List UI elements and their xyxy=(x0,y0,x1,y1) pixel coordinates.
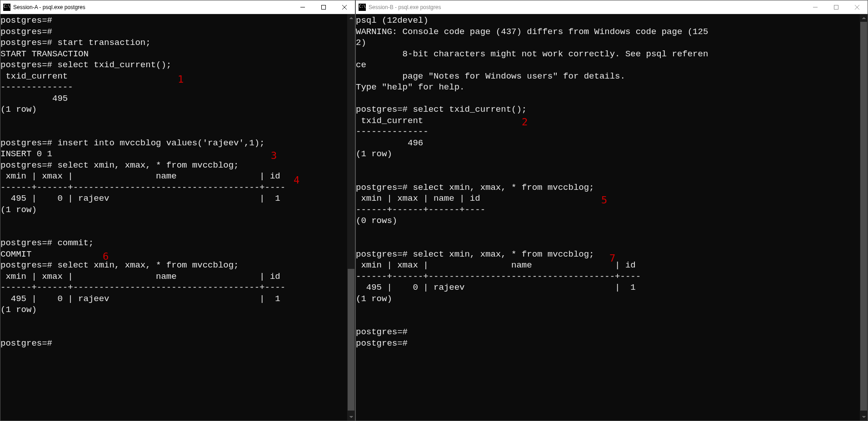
scroll-up-icon[interactable] xyxy=(347,14,355,22)
scroll-up-icon[interactable] xyxy=(860,14,868,22)
scroll-thumb-a[interactable] xyxy=(348,269,354,411)
maximize-button[interactable] xyxy=(826,0,847,14)
step-annotation-6: 6 xyxy=(103,251,109,263)
window-title-a: Session-A - psql.exe postgres xyxy=(13,4,292,10)
cmd-icon xyxy=(3,4,10,11)
scrollbar-b[interactable] xyxy=(860,14,868,421)
svg-rect-7 xyxy=(834,5,838,9)
terminal-b-content: psql (12devel) WARNING: Console code pag… xyxy=(356,15,708,349)
svg-rect-1 xyxy=(322,5,326,9)
terminal-a[interactable]: postgres=# postgres=# postgres=# start t… xyxy=(0,14,355,421)
svg-marker-11 xyxy=(862,416,866,418)
step-annotation-5: 5 xyxy=(601,195,607,206)
step-annotation-3: 3 xyxy=(271,150,277,162)
close-button[interactable] xyxy=(334,0,355,14)
step-annotation-4: 4 xyxy=(294,175,299,186)
scroll-down-icon[interactable] xyxy=(347,413,355,421)
window-controls-b xyxy=(805,0,868,14)
svg-marker-10 xyxy=(862,17,866,19)
maximize-button[interactable] xyxy=(313,0,334,14)
scroll-thumb-b[interactable] xyxy=(860,22,867,411)
session-b-window: Session-B - psql.exe postgres psql (12de… xyxy=(355,0,868,421)
svg-marker-5 xyxy=(349,416,353,418)
scrollbar-a[interactable] xyxy=(347,14,355,421)
terminal-b[interactable]: psql (12devel) WARNING: Console code pag… xyxy=(356,14,868,421)
scroll-down-icon[interactable] xyxy=(860,413,868,421)
minimize-button[interactable] xyxy=(292,0,313,14)
titlebar-a[interactable]: Session-A - psql.exe postgres xyxy=(0,0,355,14)
window-controls-a xyxy=(292,0,355,14)
session-a-window: Session-A - psql.exe postgres postgres=#… xyxy=(0,0,355,421)
step-annotation-2: 2 xyxy=(522,117,528,128)
minimize-button[interactable] xyxy=(805,0,826,14)
window-title-b: Session-B - psql.exe postgres xyxy=(369,4,805,10)
cmd-icon xyxy=(359,4,366,11)
titlebar-b[interactable]: Session-B - psql.exe postgres xyxy=(356,0,868,14)
svg-marker-4 xyxy=(349,17,353,19)
step-annotation-7: 7 xyxy=(609,253,615,264)
terminal-a-content: postgres=# postgres=# postgres=# start t… xyxy=(0,15,285,349)
step-annotation-1: 1 xyxy=(178,74,184,85)
close-button[interactable] xyxy=(847,0,868,14)
